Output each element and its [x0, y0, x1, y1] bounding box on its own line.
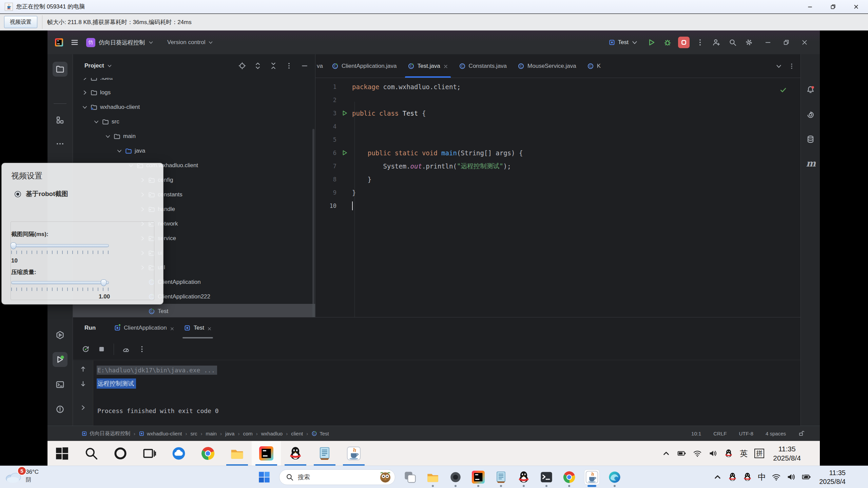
remote-taskbar-app-taskview10[interactable]: [135, 441, 164, 466]
local-taskbar-app-darkcircle[interactable]: [448, 469, 463, 485]
volume-icon[interactable]: [787, 472, 796, 482]
local-clock[interactable]: 11:35 2025/8/4: [819, 468, 846, 486]
tree-item-main[interactable]: main: [73, 129, 315, 143]
code-line-8[interactable]: 8 }: [315, 173, 801, 186]
remote-taskbar-app-bluecloud[interactable]: [164, 441, 193, 466]
search-everywhere-button[interactable]: [727, 37, 738, 48]
run-tab-test[interactable]: Test: [179, 317, 216, 338]
console-line-2[interactable]: [97, 390, 801, 404]
editor-tab-k[interactable]: CK: [582, 54, 606, 78]
select-opened-file-icon[interactable]: [238, 62, 246, 70]
terminal-toolwindow-button[interactable]: [53, 377, 67, 392]
structure-toolwindow-button[interactable]: [53, 113, 67, 128]
rerun-icon[interactable]: [82, 345, 90, 353]
settings-button[interactable]: [743, 37, 755, 48]
chevron-down-icon[interactable]: [105, 133, 111, 139]
code-line-9[interactable]: 9}: [315, 186, 801, 199]
interval-slider[interactable]: [11, 244, 109, 247]
indent-setting[interactable]: 4 spaces: [766, 431, 786, 436]
local-taskbar-app-edge[interactable]: [607, 469, 622, 485]
local-taskbar-app-qq[interactable]: [516, 469, 532, 485]
restore-button[interactable]: [827, 2, 839, 12]
ide-restore-button[interactable]: [781, 37, 791, 47]
close-button[interactable]: [850, 2, 862, 12]
code-line-2[interactable]: 2: [315, 93, 801, 106]
tab-list-dropdown-icon[interactable]: [775, 63, 782, 70]
remote-taskbar-app-win10-start[interactable]: [47, 441, 77, 466]
ide-minimize-button[interactable]: [763, 37, 773, 47]
remote-clock[interactable]: 11:35 2025/8/4: [773, 444, 801, 463]
close-tab-icon[interactable]: [443, 64, 448, 69]
qq-tray-icon[interactable]: [724, 449, 733, 458]
profiler-icon[interactable]: [122, 345, 130, 353]
code-line-10[interactable]: 10: [315, 199, 801, 212]
volume-icon[interactable]: [709, 449, 717, 458]
tray-expand-icon[interactable]: [713, 472, 722, 482]
remote-taskbar-app-notepad[interactable]: [310, 441, 339, 466]
run-console[interactable]: E:\hadluo\jdk17\bin\java.exe ...远程控制测试Pr…: [73, 360, 801, 426]
editor-tab-test-java[interactable]: CTest.java: [402, 54, 454, 78]
breadcrumb-com[interactable]: com: [243, 431, 252, 436]
panel-options-icon[interactable]: [285, 62, 293, 70]
search-highlight-owl-icon[interactable]: [379, 470, 392, 484]
chevron-right-icon[interactable]: [82, 78, 88, 81]
ime-indicator[interactable]: 中: [758, 472, 766, 483]
collapse-all-icon[interactable]: [270, 62, 277, 70]
local-taskbar-app-idea-app[interactable]: [470, 469, 486, 485]
video-settings-button[interactable]: 视频设置: [4, 16, 37, 28]
chevron-down-icon[interactable]: [93, 119, 99, 125]
local-taskbar-app-explorer[interactable]: [425, 469, 441, 485]
battery-icon[interactable]: [802, 472, 811, 482]
local-taskbar-app-chrome[interactable]: [561, 469, 577, 485]
more-actions-button[interactable]: [694, 37, 706, 48]
remote-taskbar-app-idea-app[interactable]: [252, 441, 281, 466]
wifi-icon[interactable]: [693, 449, 702, 458]
tree-item-logs[interactable]: logs: [73, 85, 315, 100]
wifi-icon[interactable]: [772, 472, 781, 482]
close-tab-icon[interactable]: [207, 326, 212, 330]
chevron-down-icon[interactable]: [116, 148, 122, 154]
scroll-up-icon[interactable]: [79, 365, 87, 373]
run-toolwindow-button[interactable]: [53, 352, 67, 367]
editor-tab-constants-java[interactable]: CConstants.java: [454, 54, 512, 78]
expand-console-icon[interactable]: [79, 404, 87, 411]
vcs-menu[interactable]: Version control: [167, 39, 213, 46]
code-line-1[interactable]: 1package com.wxhadluo.client;: [315, 80, 801, 93]
breadcrumb-test[interactable]: CTest: [311, 431, 329, 436]
qq-tray-icon-2[interactable]: [743, 472, 752, 482]
maven-toolwindow-button[interactable]: m: [803, 155, 818, 170]
hide-panel-icon[interactable]: [301, 62, 308, 70]
tree-item-idea[interactable]: .idea: [73, 78, 315, 85]
run-button[interactable]: [645, 37, 657, 48]
taskbar-app-win11-start[interactable]: [256, 469, 272, 485]
tree-item-test[interactable]: CTest: [73, 304, 315, 317]
tree-item-java[interactable]: java: [73, 143, 315, 158]
code-with-me-button[interactable]: [711, 37, 722, 48]
language-indicator[interactable]: 英: [740, 448, 748, 459]
run-line-icon[interactable]: [336, 110, 352, 116]
breadcrumb-wxhadluo[interactable]: wxhadluo: [261, 431, 283, 436]
console-line-0[interactable]: E:\hadluo\jdk17\bin\java.exe ...: [97, 363, 801, 377]
breadcrumb-java[interactable]: java: [225, 431, 235, 436]
debug-button[interactable]: [662, 37, 673, 48]
code-line-4[interactable]: 4: [315, 120, 801, 133]
file-encoding[interactable]: UTF-8: [739, 431, 753, 436]
code-line-3[interactable]: 3public class Test {: [315, 106, 801, 120]
local-taskbar-app-java-app[interactable]: [584, 469, 600, 485]
run-tab-clientapplication[interactable]: ClientApplication: [109, 317, 179, 338]
stop-button[interactable]: [678, 37, 690, 48]
quality-slider[interactable]: [11, 281, 109, 284]
caret-position[interactable]: 10:1: [691, 431, 701, 436]
local-taskbar-app-terminal-app[interactable]: [539, 469, 554, 485]
local-taskbar-app-notepad[interactable]: [493, 469, 509, 485]
scroll-down-icon[interactable]: [79, 380, 87, 388]
code-line-7[interactable]: 7 System.out.println("远程控制测试");: [315, 159, 801, 173]
run-configuration-selector[interactable]: Test: [609, 39, 638, 46]
close-tab-icon[interactable]: [170, 326, 174, 330]
project-widget[interactable]: 仿 仿向日葵远程控制: [86, 38, 154, 47]
tray-expand-icon[interactable]: [662, 449, 671, 458]
chevron-right-icon[interactable]: [82, 90, 88, 96]
minimize-button[interactable]: [804, 2, 816, 12]
line-separator[interactable]: CRLF: [713, 431, 727, 436]
weather-widget[interactable]: 5 36°C 阴: [5, 467, 39, 485]
